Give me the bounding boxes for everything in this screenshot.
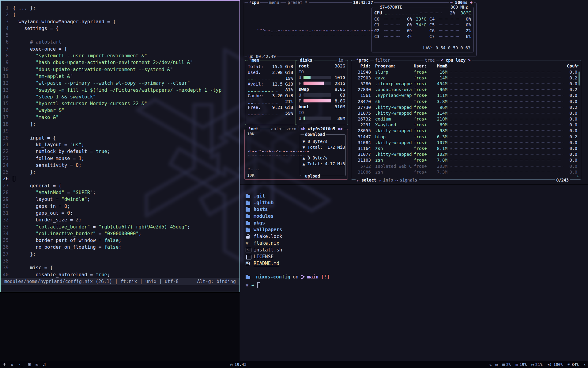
line-number: 23 (1, 155, 13, 162)
editor-line: 8 "systemctl --user import-environment &… (1, 52, 239, 59)
line-number: 37 (1, 251, 13, 258)
file-name: modules (254, 213, 273, 219)
btop-window[interactable]: ¹cpu menu preset * 19:43:37 − 500ms + ⢀⣀… (240, 0, 588, 184)
line-number: 24 (1, 162, 13, 169)
cpu-core: C50% (429, 22, 471, 28)
btop-disks-box: disks io root382GIOU101GF281Gswap8.8GU0B… (296, 60, 348, 125)
code-text: border_part_of_window = false; (13, 237, 122, 244)
file-entry: .git (246, 193, 588, 199)
btop-tab-mem[interactable]: ²mem (248, 58, 260, 63)
empty-terminal-window[interactable] (0, 292, 240, 361)
process-row[interactable]: 31447btopfros+6.3M0.2 (355, 134, 577, 140)
process-row[interactable]: 31948slurpfros+16M0.0 (355, 69, 577, 75)
file-name: install.sh (254, 247, 282, 253)
code-text: "systemctl --user import-environment &" (13, 52, 147, 59)
btop-menu-button[interactable]: menu (268, 0, 281, 5)
waybar: ❄↻›_▣✉♫ ◷ 19:43 ⇅◍ ▦2%▥19%◔21%◄)100%☀84%… (0, 361, 588, 368)
snowflake-icon: ❄ (246, 241, 254, 246)
btop-tab-disks[interactable]: disks (299, 58, 314, 63)
process-row[interactable]: 5280.floorp-wrappefros+454M0.0 (355, 81, 577, 86)
clock-icon: ◷ (230, 362, 233, 367)
btop-tab-net[interactable]: ³net (247, 126, 260, 132)
proc-filter-button[interactable]: filter (374, 58, 391, 63)
system-tray: ⇅◍ (489, 362, 498, 367)
scroll-down-icon[interactable]: ↓ (577, 174, 579, 178)
clock-module[interactable]: ◷ 19:43 (230, 362, 247, 367)
shell-prompt: nixos-config on main [!] (246, 274, 588, 280)
mem-row: Cache:3.20 GiB (248, 93, 293, 98)
cpu-model: i7-6700TE (379, 5, 403, 10)
proc-sort-selector[interactable]: < cpu lazy > (439, 58, 472, 63)
btop-tab-proc[interactable]: ⁴proc (355, 58, 370, 63)
disk-stats: root382GIOU101GF281Gswap8.8GU0BF8.8Gboot… (296, 60, 348, 121)
disk-bar (303, 82, 331, 85)
btop-disks-io-toggle[interactable]: io (337, 58, 345, 63)
select-action[interactable]: select (361, 178, 376, 182)
editor-line: 12 "wl-paste --primary --watch wl-copy -… (1, 80, 239, 86)
process-row[interactable]: 27830.audacious-wrafros+96M0.2 (355, 87, 577, 93)
editor-window[interactable]: 1{ ... }:2{3 wayland.windowManager.hyprl… (0, 0, 240, 292)
tray-indicator-icon[interactable]: ◍ (495, 362, 498, 367)
code-text: numlock_by_default = true; (13, 148, 110, 155)
proc-scrollbar[interactable] (579, 71, 580, 86)
taskbar-window-icon[interactable]: ▣ (28, 362, 31, 367)
module-volume-icon[interactable]: ◄)100% (547, 362, 563, 367)
btop-tab-cpu[interactable]: ¹cpu (248, 0, 260, 5)
taskbar-mail-icon[interactable]: ✉ (36, 362, 38, 367)
process-row[interactable]: 2291Xwaylandfros+69M0.0 (355, 122, 577, 128)
process-row[interactable]: 31084.kitty-wrappedfros+107M0.0 (355, 140, 577, 145)
editor-line: 3 wayland.windowManager.hyprland = { (1, 18, 239, 25)
process-row[interactable]: 31075.kitty-wrappedfros+114M0.0 (355, 110, 577, 116)
disk-bar-row: F8.8G (299, 98, 345, 104)
process-row[interactable]: 31103zshfros+7.8M0.0 (355, 157, 577, 163)
line-number: 20 (1, 135, 13, 141)
editor-buffer[interactable]: 1{ ... }:2{3 wayland.windowManager.hyprl… (1, 5, 239, 278)
code-text: no_border_on_floating = false; (13, 244, 122, 251)
net-interface[interactable]: <b wlp0s20f0u5 n> (299, 126, 344, 132)
net-auto-toggle[interactable]: auto (270, 126, 282, 132)
process-row[interactable]: 27903cavafros+14M0.2 (355, 75, 577, 81)
process-row[interactable]: 31077.kitty-wrappedfros+102M0.0 (355, 151, 577, 157)
memory-stats: Total:15.5 GiBUsed:2.98 GiB⣀⣀⣀⣀⣀⣀⣀⣀⣀⣀⣀19… (245, 60, 296, 116)
taskbar-terminal-icon[interactable]: ›_ (18, 362, 23, 367)
process-row[interactable]: 26732codiumfros+210M0.0 (355, 116, 577, 122)
code-text: layout = "dwindle"; (13, 196, 90, 203)
btop-preset-button[interactable]: preset * (286, 0, 309, 5)
module-memory-icon[interactable]: ▥19% (516, 362, 527, 367)
net-zero-toggle[interactable]: zero (285, 126, 298, 132)
disk-row: root382G (299, 63, 345, 69)
terminal-window[interactable]: .git.githubhostsmodulespkgswallpapersfla… (240, 184, 588, 361)
process-row[interactable]: 31164zshfros+8.1M0.0 (355, 145, 577, 151)
scroll-up-icon[interactable]: ↑ (577, 63, 579, 68)
code-text: sensitivity = 0; (13, 162, 81, 169)
info-action[interactable]: info (383, 178, 393, 182)
taskbar-nix-logo-icon[interactable]: ❄ (3, 362, 6, 367)
file-name: flake.nix (254, 240, 279, 246)
tray-network-icon[interactable]: ⇅ (489, 362, 492, 367)
tray-expand-icon[interactable]: ▲ (584, 363, 586, 366)
taskbar-refresh-icon[interactable]: ↻ (10, 362, 13, 367)
cpu-core: C34% (374, 33, 429, 39)
process-row[interactable]: 28055.kitty-wrappedfros+98M0.0 (355, 128, 577, 134)
taskbar-music-icon[interactable]: ♫ (43, 362, 46, 367)
process-row[interactable]: 28470shfros+3.8M0.0 (355, 98, 577, 104)
prompt-git-status: [!] (321, 274, 330, 280)
editor-line: 27 general = { (1, 182, 239, 189)
proc-tree-button[interactable]: tree (424, 58, 436, 63)
line-number: 10 (1, 66, 13, 73)
process-row[interactable]: 31086zshfros+7.3M0.0 (355, 169, 577, 175)
editor-line: 39 misc = { (1, 264, 239, 271)
signals-action[interactable]: signals (400, 178, 417, 182)
code-text: "wl-paste --primary --watch wl-copy --pr… (13, 80, 190, 86)
process-row[interactable]: 27730.kitty-wrappedfros+96M0.2 (355, 104, 577, 110)
process-row[interactable]: 1561.Hyprland-wrapfros+111M0.0 (355, 93, 577, 98)
shell-input-line[interactable]: ❄ → (246, 282, 588, 289)
line-number: 7 (1, 46, 13, 52)
mail-icon: ✉ (36, 362, 38, 367)
process-row[interactable]: 5712Isolated Web Cfros+303M0.0 (355, 163, 577, 169)
module-cpu-icon[interactable]: ▦2% (502, 362, 511, 367)
module-brightness-icon[interactable]: ☀84% (567, 362, 579, 367)
module-disk-icon[interactable]: ◔21% (531, 362, 542, 367)
code-text: "nm-applet &" (13, 73, 73, 80)
mem-row: Free:9.21 GiB (248, 104, 293, 110)
